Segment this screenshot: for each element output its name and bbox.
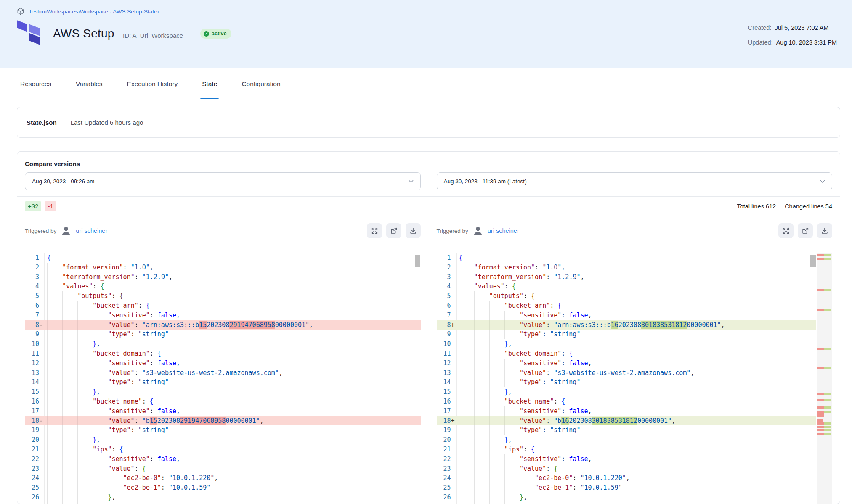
- diff-panels-row: 1{2"format_version": "1.0",3"terraform_v…: [17, 253, 840, 504]
- line-number: 3: [437, 272, 451, 282]
- tab-state[interactable]: State: [201, 69, 218, 99]
- line-number: 4: [25, 282, 39, 291]
- scrollbar-thumb[interactable]: [810, 255, 816, 267]
- code-line: 4"values": {: [25, 282, 421, 291]
- diff-marker: [39, 349, 44, 359]
- diff-marker: [39, 359, 44, 368]
- breadcrumb-link[interactable]: Testim: [29, 8, 45, 15]
- tab-variables[interactable]: Variables: [75, 69, 103, 99]
- diff-marker: [451, 349, 456, 359]
- tab-execution-history[interactable]: Execution History: [126, 69, 179, 99]
- triggered-by-user-link[interactable]: uri scheiner: [488, 227, 519, 234]
- code-line: 2"format_version": "1.0",: [437, 263, 817, 272]
- diff-marker: [39, 483, 44, 493]
- line-number: 27: [437, 502, 451, 504]
- code-line: 4"values": {: [437, 282, 817, 291]
- tab-resources[interactable]: Resources: [19, 69, 52, 99]
- line-number: 17: [25, 406, 39, 416]
- code-line: 9"type": "string": [437, 330, 817, 339]
- left-version-value: Aug 30, 2023 - 09:26 am: [32, 178, 95, 185]
- right-version-select[interactable]: Aug 30, 2023 - 11:39 am (Latest): [437, 172, 833, 190]
- diff-marker: [451, 368, 456, 378]
- page-title: AWS Setup: [53, 27, 114, 40]
- code-line: 3"terraform_version": "1.2.9",: [437, 272, 817, 282]
- breadcrumb-link[interactable]: Workspaces: [47, 8, 78, 15]
- code-line: 19"type": "string": [437, 425, 817, 435]
- line-number: 9: [25, 330, 39, 339]
- line-number: 13: [25, 368, 39, 378]
- code-line: 23"value": {: [25, 464, 421, 474]
- scrollbar-thumb[interactable]: [415, 255, 420, 267]
- line-number: 22: [25, 454, 39, 464]
- diff-marker: [451, 387, 456, 397]
- line-number: 8: [25, 320, 39, 330]
- line-number: 9: [437, 330, 451, 339]
- code-line: 17"sensitive": false,: [437, 406, 817, 416]
- line-number: 21: [437, 445, 451, 454]
- line-number: 25: [25, 483, 39, 493]
- line-number: 15: [437, 387, 451, 397]
- line-number: 16: [25, 397, 39, 406]
- total-lines: Total lines 612: [737, 203, 776, 210]
- left-panel-header: Triggered by uri scheiner: [25, 223, 421, 239]
- open-in-new-button[interactable]: [386, 223, 401, 238]
- fullscreen-button[interactable]: [778, 223, 794, 238]
- diff-marker: [451, 397, 456, 406]
- breadcrumb-link[interactable]: State: [144, 8, 157, 15]
- line-totals: Total lines 612 Changed lines 54: [737, 203, 832, 210]
- triggered-by-label: Triggered by: [437, 228, 468, 234]
- tab-configuration[interactable]: Configuration: [241, 69, 281, 99]
- line-number: 5: [25, 291, 39, 301]
- code-line: 23"value": {: [437, 464, 817, 474]
- line-number: 1: [437, 253, 451, 263]
- state-content: State.json Last Updated 6 hours ago Comp…: [17, 107, 840, 504]
- diff-marker: [39, 263, 44, 272]
- fullscreen-button[interactable]: [367, 223, 382, 238]
- line-number: 11: [437, 349, 451, 359]
- open-in-new-button[interactable]: [798, 223, 813, 238]
- diff-marker: [39, 435, 44, 445]
- diff-marker: [39, 387, 44, 397]
- code-line: 14"type": "string": [437, 377, 817, 387]
- diff-marker: [39, 425, 44, 435]
- diff-marker: [451, 253, 456, 263]
- code-line: 11"bucket_domain": {: [437, 349, 817, 359]
- line-number: 10: [437, 339, 451, 349]
- line-number: 19: [25, 425, 39, 435]
- diff-marker: [451, 339, 456, 349]
- diff-marker: [451, 282, 456, 291]
- status-badge-label: active: [212, 31, 226, 37]
- diff-overview-ruler[interactable]: [817, 253, 832, 504]
- open-in-new-icon: [802, 227, 809, 235]
- diff-marker: [39, 502, 44, 504]
- code-line: 5"outputs": {: [25, 291, 421, 301]
- code-line: 24"ec2-be-0": "10.0.1.220",: [25, 473, 421, 483]
- code-line: 21"ips": {: [437, 445, 817, 454]
- code-line: 12"sensitive": false,: [25, 359, 421, 368]
- diff-marker: [451, 359, 456, 368]
- download-button[interactable]: [817, 223, 832, 238]
- code-line: 22"sensitive": false,: [437, 454, 817, 464]
- left-version-select[interactable]: Aug 30, 2023 - 09:26 am: [25, 172, 421, 190]
- open-in-new-icon: [390, 227, 398, 235]
- right-state-code-panel: 1{2"format_version": "1.0",3"terraform_v…: [437, 253, 817, 504]
- diff-marker: [39, 493, 44, 502]
- breadcrumb-link[interactable]: Workspace - AWS Setup: [80, 8, 142, 15]
- line-number: 8: [437, 320, 451, 330]
- download-button[interactable]: [406, 223, 421, 238]
- panel-headers-row: Triggered by uri scheiner Triggered by: [17, 216, 840, 239]
- triggered-by-user-link[interactable]: uri scheiner: [76, 227, 107, 234]
- diff-marker: +: [451, 320, 456, 330]
- line-number: 6: [437, 301, 451, 311]
- diff-marker: [39, 311, 44, 320]
- code-line: 8+"value": "arn:aws:s3:::b16202308301838…: [437, 320, 817, 330]
- right-version-value: Aug 30, 2023 - 11:39 am (Latest): [444, 178, 527, 185]
- line-number: 16: [437, 397, 451, 406]
- diff-marker: [39, 272, 44, 282]
- user-avatar-icon: [61, 225, 72, 236]
- state-file-name: State.json: [27, 119, 57, 126]
- code-line: 18-"value": "b15202308291947068958000000…: [25, 416, 421, 426]
- workspace-state-page: Testim›Workspaces›Workspace - AWS Setup›…: [0, 0, 852, 504]
- code-line: 5"outputs": {: [437, 291, 817, 301]
- line-number: 6: [25, 301, 39, 311]
